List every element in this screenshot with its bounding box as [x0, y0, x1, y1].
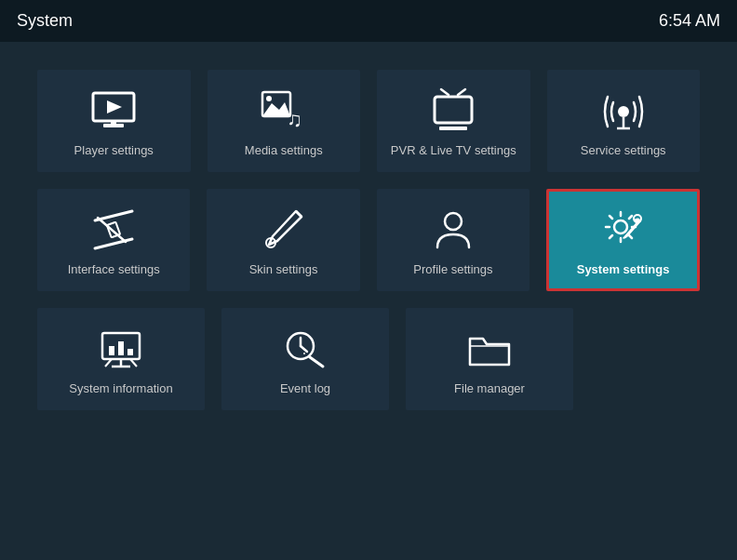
player-settings-label: Player settings: [74, 143, 154, 157]
system-settings-label: System settings: [577, 262, 670, 276]
file-manager-label: File manager: [454, 381, 525, 395]
main-content: Player settings ♫ Media settings: [0, 42, 737, 438]
grid-row-3: System information Event log: [37, 308, 700, 410]
svg-point-22: [614, 220, 627, 233]
event-log-label: Event log: [280, 381, 330, 395]
grid-row-1: Player settings ♫ Media settings: [37, 70, 700, 172]
system-settings-icon: [597, 204, 649, 255]
svg-line-8: [441, 89, 449, 95]
svg-rect-11: [439, 127, 467, 130]
svg-marker-1: [107, 100, 122, 113]
svg-line-18: [98, 218, 126, 242]
media-icon: ♫: [258, 85, 309, 136]
svg-line-34: [301, 346, 307, 352]
tile-event-log[interactable]: Event log: [221, 308, 389, 410]
tile-system-information[interactable]: System information: [37, 308, 205, 410]
tile-interface-settings[interactable]: Interface settings: [37, 189, 190, 291]
svg-point-12: [618, 106, 629, 117]
tile-service-settings[interactable]: Service settings: [547, 70, 701, 172]
interface-settings-label: Interface settings: [68, 262, 160, 276]
svg-point-36: [303, 353, 305, 354]
system-information-label: System information: [69, 381, 172, 395]
file-manager-icon: [464, 323, 516, 374]
header-bar: System 6:54 AM: [0, 0, 737, 42]
tile-file-manager[interactable]: File manager: [406, 308, 573, 410]
header-time: 6:54 AM: [659, 11, 720, 31]
system-info-icon: [96, 323, 147, 374]
svg-text:♫: ♫: [287, 108, 302, 131]
skin-settings-label: Skin settings: [249, 262, 318, 276]
grid-row-2: Interface settings Skin settings: [37, 189, 700, 291]
player-icon: [88, 85, 140, 136]
svg-line-19: [296, 211, 302, 217]
pvr-icon: [428, 85, 479, 136]
svg-rect-29: [127, 349, 133, 355]
svg-rect-10: [435, 97, 472, 123]
svg-rect-28: [118, 341, 124, 355]
tile-pvr-settings[interactable]: PVR & Live TV settings: [377, 70, 530, 172]
tile-media-settings[interactable]: ♫ Media settings: [208, 70, 361, 172]
svg-rect-27: [109, 346, 114, 355]
tile-profile-settings[interactable]: Profile settings: [377, 189, 529, 291]
tile-skin-settings[interactable]: Skin settings: [207, 189, 359, 291]
tile-player-settings[interactable]: Player settings: [37, 70, 191, 172]
profile-icon: [427, 204, 478, 255]
tile-system-settings[interactable]: System settings: [546, 189, 700, 291]
svg-rect-3: [111, 121, 116, 125]
svg-point-21: [445, 213, 462, 230]
svg-line-35: [310, 357, 323, 367]
media-settings-label: Media settings: [245, 143, 323, 157]
event-log-icon: [280, 323, 331, 374]
pvr-settings-label: PVR & Live TV settings: [391, 143, 516, 157]
svg-point-5: [266, 96, 272, 101]
app-title: System: [17, 11, 73, 31]
service-icon: [597, 85, 649, 136]
profile-settings-label: Profile settings: [413, 262, 492, 276]
service-settings-label: Service settings: [581, 143, 666, 157]
interface-icon: [88, 204, 140, 255]
svg-line-9: [458, 89, 465, 95]
svg-line-16: [95, 239, 132, 248]
skin-icon: [258, 204, 309, 255]
